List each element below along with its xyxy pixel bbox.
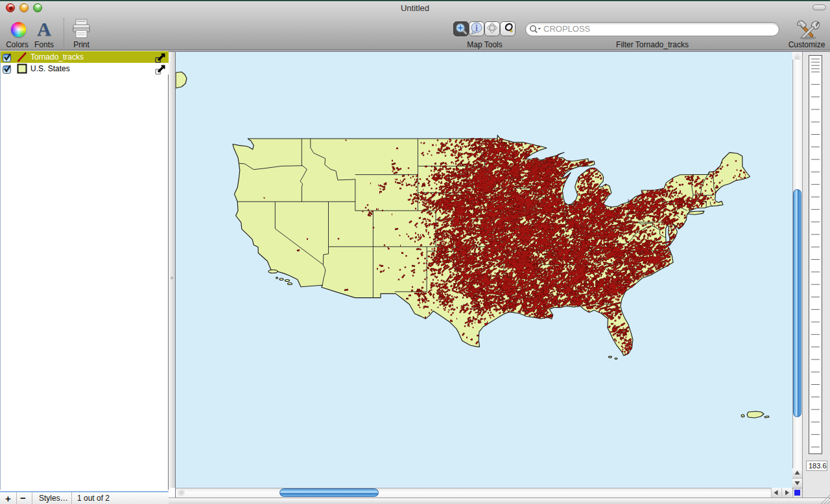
svg-text:i: i — [475, 23, 478, 33]
